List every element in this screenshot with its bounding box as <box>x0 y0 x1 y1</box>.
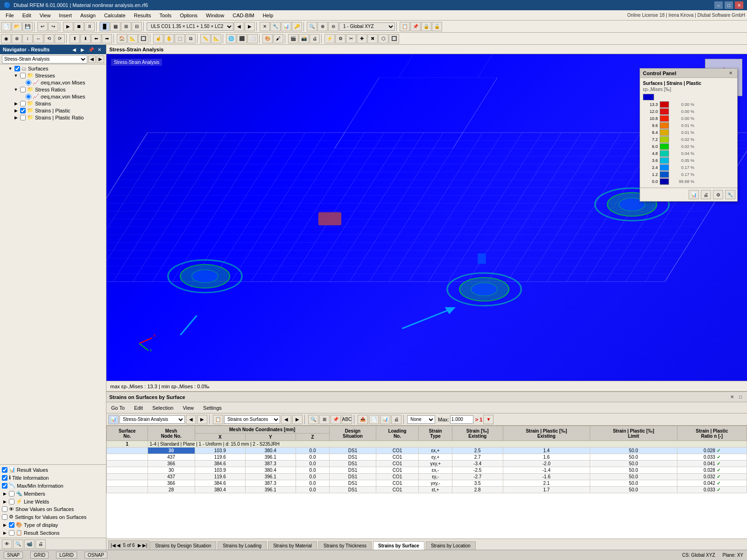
expand-ratios-icon[interactable]: ▼ <box>13 87 19 92</box>
nav-analysis-select[interactable]: Stress-Strain Analysis <box>2 55 87 63</box>
analysis-prev[interactable]: ◀ <box>186 415 196 424</box>
tb-btn-17[interactable]: 🔒 <box>421 22 431 31</box>
menu-results[interactable]: Results <box>130 12 155 19</box>
tab-by-loading[interactable]: Strains by Loading <box>218 541 267 550</box>
extra-btn-1[interactable]: ⚡ <box>324 34 335 43</box>
nav-type-display[interactable]: ▶ 🎨 Type of display <box>0 521 106 529</box>
nav-maxmin-info[interactable]: 📉 Max/Min Information <box>0 482 106 490</box>
cp-settings-btn[interactable]: ⚙ <box>713 190 723 199</box>
extra-btn-4[interactable]: ✚ <box>357 34 367 43</box>
grid-icon-btn[interactable]: 📊 <box>108 415 119 424</box>
check-maxmin-info[interactable] <box>2 483 7 489</box>
tree-strains[interactable]: ▶ 📁 Strains <box>0 100 106 107</box>
bottom-menu-settings[interactable]: Settings <box>200 404 225 412</box>
tb-btn-11[interactable]: 🔑 <box>292 22 302 31</box>
radio-stress-vonmises[interactable] <box>26 80 31 85</box>
expand-members-icon[interactable]: ▶ <box>2 491 7 496</box>
check-plastic-ratio[interactable] <box>20 115 26 120</box>
none-select[interactable]: None <box>407 415 435 424</box>
cp-extra-btn[interactable]: 🔧 <box>725 190 735 199</box>
max-input[interactable] <box>450 415 473 424</box>
cp-print-btn[interactable]: 🖨 <box>701 190 711 199</box>
select-btn-2[interactable]: ✋ <box>164 34 174 43</box>
view-btn-12[interactable]: 📐 <box>127 34 138 43</box>
new-button[interactable]: 📄 <box>1 22 11 31</box>
table-row[interactable]: 366 384.6 387.3 0.0 DS1 CO1 γxy,- 3.5 2.… <box>107 480 747 487</box>
tb-btn-3[interactable]: ⏸ <box>85 22 95 31</box>
tree-surfaces[interactable]: ▼ 🗂 Surfaces <box>0 65 106 72</box>
radio-ratios-vonmises[interactable] <box>26 94 31 99</box>
close-button[interactable]: ✕ <box>735 1 743 9</box>
view-btn-8[interactable]: ⬇ <box>80 34 91 43</box>
prev-btn[interactable]: ◀ <box>117 543 120 548</box>
open-button[interactable]: 📂 <box>12 22 22 31</box>
check-ratios[interactable] <box>20 87 26 92</box>
extra-btn-6[interactable]: ⬡ <box>378 34 388 43</box>
view-btn-7[interactable]: ⬆ <box>70 34 80 43</box>
anim-btn-3[interactable]: 🖨 <box>310 34 320 43</box>
bottom-menu-selection[interactable]: Selection <box>149 404 176 412</box>
check-members[interactable] <box>9 491 14 497</box>
result-prev[interactable]: ◀ <box>281 415 291 424</box>
tb-btn-9[interactable]: 🔧 <box>270 22 281 31</box>
analysis-select[interactable]: Stress-Strain Analysis <box>120 415 185 424</box>
extra-btn-3[interactable]: ✂ <box>346 34 356 43</box>
view-btn-11[interactable]: 🏠 <box>117 34 127 43</box>
tb-btn-14[interactable]: ⊖ <box>328 22 338 31</box>
tb-btn-6[interactable]: ⊞ <box>121 22 131 31</box>
tree-strains-plastic-ratio[interactable]: ▶ 📁 Strains | Plastic Ratio <box>0 114 106 121</box>
result-select[interactable]: Strains on Surfaces <box>224 415 280 424</box>
view-btn-6[interactable]: ⟳ <box>55 34 65 43</box>
check-settings-values[interactable] <box>2 514 7 520</box>
bottom-panel-pin[interactable]: □ <box>737 393 744 401</box>
next-page-btn[interactable]: ▶| <box>142 543 148 548</box>
next-btn[interactable]: ▶ <box>138 543 141 548</box>
save-button[interactable]: 💾 <box>22 22 33 31</box>
color-btn-1[interactable]: 🎨 <box>262 34 273 43</box>
next-combo[interactable]: ▶ <box>245 22 255 31</box>
status-lgrid[interactable]: LGRID <box>56 552 77 559</box>
expand-strains-icon[interactable]: ▶ <box>13 101 19 106</box>
extra-btn-2[interactable]: ⚙ <box>335 34 345 43</box>
export-btn-4[interactable]: 🖨 <box>391 415 402 424</box>
view-btn-2[interactable]: ⊗ <box>12 34 22 43</box>
check-plastic[interactable] <box>20 108 26 113</box>
color-btn-2[interactable]: 🖌 <box>273 34 283 43</box>
measure-btn-1[interactable]: 📏 <box>200 34 211 43</box>
undo-button[interactable]: ↩ <box>37 22 48 31</box>
tb-btn-10[interactable]: 📊 <box>281 22 291 31</box>
select-btn-4[interactable]: ⧉ <box>185 34 196 43</box>
tb-btn-5[interactable]: ▦ <box>110 22 120 31</box>
select-btn-1[interactable]: ☝ <box>153 34 163 43</box>
check-show-values[interactable] <box>2 506 7 512</box>
expand-plastic-ratio-icon[interactable]: ▶ <box>13 115 19 120</box>
check-strains[interactable] <box>20 101 26 106</box>
anim-btn-1[interactable]: 🎬 <box>288 34 298 43</box>
view-btn-5[interactable]: ⟲ <box>44 34 54 43</box>
expand-surfaces-icon[interactable]: ▼ <box>7 66 13 71</box>
menu-calculate[interactable]: Calculate <box>100 12 129 19</box>
nav-view-btn-1[interactable]: 👁 <box>2 539 12 549</box>
tb-btn-2[interactable]: ⏹ <box>74 22 84 31</box>
tab-by-location[interactable]: Strains by Location <box>426 541 476 550</box>
export-btn-3[interactable]: 📊 <box>380 415 390 424</box>
tb-btn-16[interactable]: 📌 <box>410 22 421 31</box>
check-type-display[interactable] <box>9 522 14 528</box>
nav-prev-button[interactable]: ◀ <box>88 56 96 63</box>
check-stresses[interactable] <box>20 73 26 78</box>
nav-pin-button[interactable]: 📌 <box>87 46 95 53</box>
nav-title-info[interactable]: ℹ Title Information <box>0 474 106 482</box>
view-btn-3[interactable]: ↕ <box>22 34 33 43</box>
maximize-button[interactable]: □ <box>725 1 733 9</box>
bottom-menu-edit[interactable]: Edit <box>131 404 146 412</box>
table-row[interactable]: 437 119.6 396.1 0.0 DS1 CO1 εy,- -2.7 -1… <box>107 474 747 480</box>
table-row[interactable]: 30 103.9 380.4 0.0 DS1 CO1 εx,+ 2.5 1.4 … <box>107 448 747 454</box>
status-snap[interactable]: SNAP <box>4 552 23 559</box>
uls-combo[interactable]: ULS CO1 1.35 × LC1 + 1.50 × LC2 <box>147 22 233 31</box>
tb-btn-15[interactable]: 📋 <box>400 22 410 31</box>
max-arrow-btn[interactable]: ▼ <box>483 415 493 424</box>
status-osnap[interactable]: OSNAP <box>85 552 107 559</box>
extra-btn-5[interactable]: ✖ <box>367 34 378 43</box>
tb-btn-4[interactable]: █ <box>99 22 110 31</box>
menu-insert[interactable]: Insert <box>55 12 76 19</box>
